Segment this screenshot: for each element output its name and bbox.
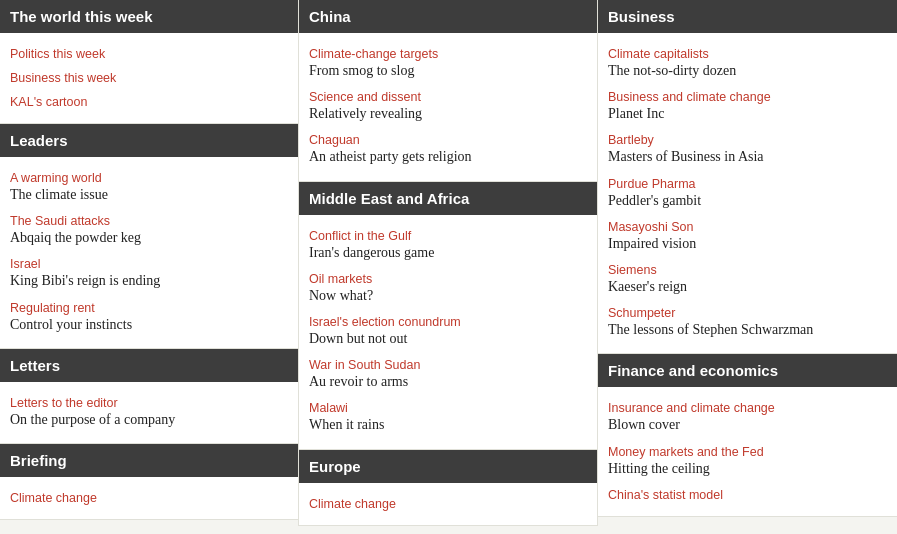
- article-item: Letters to the editorOn the purpose of a…: [10, 396, 288, 429]
- article-item: Politics this week: [10, 47, 288, 61]
- article-item: Conflict in the GulfIran's dangerous gam…: [309, 229, 587, 262]
- column-2: ChinaClimate-change targetsFrom smog to …: [299, 0, 598, 526]
- article-title: Abqaiq the powder keg: [10, 229, 288, 247]
- article-item: BartlebyMasters of Business in Asia: [608, 133, 887, 166]
- article-category[interactable]: Climate change: [10, 491, 288, 505]
- article-item: The Saudi attacksAbqaiq the powder keg: [10, 214, 288, 247]
- section-content-letters: Letters to the editorOn the purpose of a…: [0, 382, 298, 444]
- article-category[interactable]: Conflict in the Gulf: [309, 229, 587, 243]
- section-china: ChinaClimate-change targetsFrom smog to …: [299, 0, 597, 182]
- article-title: Masters of Business in Asia: [608, 148, 887, 166]
- article-item: War in South SudanAu revoir to arms: [309, 358, 587, 391]
- section-header-leaders: Leaders: [0, 124, 298, 157]
- article-category[interactable]: Masayoshi Son: [608, 220, 887, 234]
- section-content-middle-east-africa: Conflict in the GulfIran's dangerous gam…: [299, 215, 597, 450]
- section-header-middle-east-africa: Middle East and Africa: [299, 182, 597, 215]
- section-content-business: Climate capitalistsThe not-so-dirty doze…: [598, 33, 897, 354]
- article-item: Climate change: [10, 491, 288, 505]
- section-content-china: Climate-change targetsFrom smog to slogS…: [299, 33, 597, 182]
- article-item: Oil marketsNow what?: [309, 272, 587, 305]
- section-middle-east-africa: Middle East and AfricaConflict in the Gu…: [299, 182, 597, 450]
- article-category[interactable]: Climate change: [309, 497, 587, 511]
- article-item: Business this week: [10, 71, 288, 85]
- article-item: Climate change: [309, 497, 587, 511]
- article-item: Climate-change targetsFrom smog to slog: [309, 47, 587, 80]
- article-title: An atheist party gets religion: [309, 148, 587, 166]
- article-category[interactable]: Israel's election conundrum: [309, 315, 587, 329]
- article-category[interactable]: Purdue Pharma: [608, 177, 887, 191]
- article-title: Kaeser's reign: [608, 278, 887, 296]
- article-item: Insurance and climate changeBlown cover: [608, 401, 887, 434]
- article-item: SchumpeterThe lessons of Stephen Schwarz…: [608, 306, 887, 339]
- article-category[interactable]: War in South Sudan: [309, 358, 587, 372]
- section-the-world-this-week: The world this weekPolitics this weekBus…: [0, 0, 298, 124]
- article-title: The lessons of Stephen Schwarzman: [608, 321, 887, 339]
- article-title: Peddler's gambit: [608, 192, 887, 210]
- section-content-finance-economics: Insurance and climate changeBlown coverM…: [598, 387, 897, 516]
- article-item: Regulating rentControl your instincts: [10, 301, 288, 334]
- article-item: Climate capitalistsThe not-so-dirty doze…: [608, 47, 887, 80]
- article-category[interactable]: Chaguan: [309, 133, 587, 147]
- section-finance-economics: Finance and economicsInsurance and clima…: [598, 354, 897, 516]
- article-category[interactable]: Climate-change targets: [309, 47, 587, 61]
- article-category[interactable]: The Saudi attacks: [10, 214, 288, 228]
- section-header-business: Business: [598, 0, 897, 33]
- article-category[interactable]: Malawi: [309, 401, 587, 415]
- article-title: When it rains: [309, 416, 587, 434]
- article-category[interactable]: A warming world: [10, 171, 288, 185]
- article-item: Israel's election conundrumDown but not …: [309, 315, 587, 348]
- article-title: Down but not out: [309, 330, 587, 348]
- article-title: King Bibi's reign is ending: [10, 272, 288, 290]
- article-category[interactable]: Business this week: [10, 71, 288, 85]
- section-letters: LettersLetters to the editorOn the purpo…: [0, 349, 298, 444]
- article-title: The not-so-dirty dozen: [608, 62, 887, 80]
- article-category[interactable]: KAL's cartoon: [10, 95, 288, 109]
- article-category[interactable]: Insurance and climate change: [608, 401, 887, 415]
- section-content-the-world-this-week: Politics this weekBusiness this weekKAL'…: [0, 33, 298, 124]
- article-title: Hitting the ceiling: [608, 460, 887, 478]
- article-item: Money markets and the FedHitting the cei…: [608, 445, 887, 478]
- article-item: Science and dissentRelatively revealing: [309, 90, 587, 123]
- article-category[interactable]: Siemens: [608, 263, 887, 277]
- article-item: China's statist model: [608, 488, 887, 502]
- article-category[interactable]: Oil markets: [309, 272, 587, 286]
- article-title: Control your instincts: [10, 316, 288, 334]
- article-title: On the purpose of a company: [10, 411, 288, 429]
- article-title: From smog to slog: [309, 62, 587, 80]
- article-category[interactable]: Science and dissent: [309, 90, 587, 104]
- section-briefing: BriefingClimate change: [0, 444, 298, 520]
- section-header-letters: Letters: [0, 349, 298, 382]
- article-title: Impaired vision: [608, 235, 887, 253]
- article-item: ChaguanAn atheist party gets religion: [309, 133, 587, 166]
- article-item: SiemensKaeser's reign: [608, 263, 887, 296]
- section-content-europe: Climate change: [299, 483, 597, 526]
- article-category[interactable]: Letters to the editor: [10, 396, 288, 410]
- article-category[interactable]: Money markets and the Fed: [608, 445, 887, 459]
- section-header-finance-economics: Finance and economics: [598, 354, 897, 387]
- section-header-briefing: Briefing: [0, 444, 298, 477]
- article-category[interactable]: Business and climate change: [608, 90, 887, 104]
- article-category[interactable]: Schumpeter: [608, 306, 887, 320]
- article-item: IsraelKing Bibi's reign is ending: [10, 257, 288, 290]
- article-category[interactable]: Politics this week: [10, 47, 288, 61]
- article-title: Relatively revealing: [309, 105, 587, 123]
- article-title: Iran's dangerous game: [309, 244, 587, 262]
- section-content-briefing: Climate change: [0, 477, 298, 520]
- article-title: Blown cover: [608, 416, 887, 434]
- article-item: Business and climate changePlanet Inc: [608, 90, 887, 123]
- article-item: Purdue PharmaPeddler's gambit: [608, 177, 887, 210]
- article-item: MalawiWhen it rains: [309, 401, 587, 434]
- article-title: Now what?: [309, 287, 587, 305]
- article-title: Au revoir to arms: [309, 373, 587, 391]
- main-container: The world this weekPolitics this weekBus…: [0, 0, 897, 526]
- article-category[interactable]: Bartleby: [608, 133, 887, 147]
- section-leaders: LeadersA warming worldThe climate issueT…: [0, 124, 298, 349]
- section-business: BusinessClimate capitalistsThe not-so-di…: [598, 0, 897, 354]
- section-header-europe: Europe: [299, 450, 597, 483]
- article-category[interactable]: Israel: [10, 257, 288, 271]
- article-category[interactable]: China's statist model: [608, 488, 887, 502]
- article-category[interactable]: Climate capitalists: [608, 47, 887, 61]
- article-title: The climate issue: [10, 186, 288, 204]
- article-category[interactable]: Regulating rent: [10, 301, 288, 315]
- article-item: KAL's cartoon: [10, 95, 288, 109]
